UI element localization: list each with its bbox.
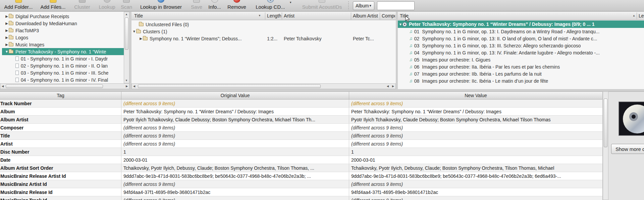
main-toolbar: Add Folder... Add Files... Cluster Looku… (0, 0, 644, 11)
tree-item-file[interactable]: 03 - Symphony no. 1 in G minor - III. Sc… (0, 69, 129, 76)
chevron-right-icon[interactable]: ▶ (5, 29, 9, 32)
album-row-selected[interactable]: ▼ Peter Tchaikovsky: Symphony no. 1 “Win… (398, 21, 644, 28)
tag-row-mb-artist-id[interactable]: MusicBrainz Artist Id (different across … (0, 180, 602, 188)
scroll-left-icon[interactable]: ◀ (132, 84, 137, 89)
column-original-value[interactable]: Original Value (121, 92, 349, 99)
vscroll-thumb[interactable] (125, 17, 128, 50)
tag-row-mb-track-id[interactable]: MusicBrainz Track Id (different across 9… (0, 196, 602, 200)
scan-button[interactable]: Scan (121, 0, 132, 11)
chevron-right-icon[interactable]: ▶ (5, 43, 9, 46)
column-tag[interactable]: Tag (0, 92, 121, 99)
search-input[interactable] (377, 1, 415, 10)
file-browser-vscrollbar[interactable]: ▲ ▼ (124, 12, 129, 83)
tree-item-file[interactable]: 04 - Symphony no. 1 in G minor - IV. Fin… (0, 76, 129, 83)
tag-row-album-artist-sort-order[interactable]: Album Artist Sort Order Tchaikovsky, Pyo… (0, 164, 602, 172)
column-length[interactable]: Length (267, 13, 281, 18)
lookup-button[interactable]: Lookup (99, 0, 115, 11)
scroll-left-icon[interactable]: ◀ (0, 84, 5, 89)
search-type-dropdown[interactable]: Album ▼ (353, 1, 374, 10)
music-note-icon: ♫ (409, 29, 413, 34)
tag-row-composer[interactable]: Composer (different across 9 items) (dif… (0, 124, 602, 132)
track-number: 08 (414, 78, 420, 84)
unclustered-files-row[interactable]: Unclustered Files (0) (131, 21, 396, 28)
column-album-artist[interactable]: Album Artist (353, 13, 378, 18)
track-row[interactable]: ♫ 08 Images pour orchestre: IIc. Ibéria … (398, 77, 644, 84)
hscroll-thumb[interactable] (6, 84, 103, 88)
info-button[interactable]: Info... (208, 0, 221, 11)
column-title[interactable]: Title (134, 13, 255, 18)
column-divider[interactable] (380, 12, 380, 19)
tree-item-file[interactable]: 01 - Symphony no. 1 in G minor - I. Dayd… (0, 55, 129, 62)
clusters-row[interactable]: ▼ Clusters (1) (131, 28, 396, 35)
lookup-cd-button[interactable]: Lookup CD... (256, 0, 285, 11)
lookup-in-browser-button[interactable]: Lookup in Browser (140, 0, 182, 11)
cluster-pane-header[interactable]: Title ▼ Length Artist Album Artist Compo… (131, 12, 396, 20)
tree-item-label: FlacToMP3 (15, 28, 39, 33)
track-row[interactable]: ♫ 05 Images pour orchestre: I. Gigues (398, 56, 644, 63)
track-row[interactable]: ♫ 01 Symphony no. 1 in G minor, op. 13: … (398, 28, 644, 35)
tag-row-album-artist[interactable]: Album Artist Pyotr Ilyich Tchaikovsky, C… (0, 116, 602, 124)
chevron-down-icon[interactable]: ▼ (132, 30, 136, 33)
column-new-value[interactable]: New Value (349, 92, 602, 99)
tree-item-folder[interactable]: ▶ Downloaded by MediaHuman (0, 20, 129, 27)
tag-row-track-number[interactable]: Track Number (different across 9 items) … (0, 99, 602, 108)
chevron-right-icon[interactable]: ▶ (5, 14, 9, 18)
submit-acoustids-button[interactable]: Submit AcoustIDs (302, 0, 342, 11)
cluster-pane-hscrollbar[interactable]: ◀ ◀ ▶ (131, 83, 396, 89)
scroll-right-icon[interactable]: ▶ (124, 84, 129, 89)
tag-table-vscrollbar[interactable] (603, 91, 608, 200)
scroll-right-icon[interactable]: ▶ (391, 84, 395, 89)
tag-row-title[interactable]: Title (different across 9 items) (differ… (0, 132, 602, 140)
track-row[interactable]: ♫ 03 Symphony no. 1 in G minor, op. 13: … (398, 42, 644, 49)
column-length[interactable]: Length (639, 13, 644, 18)
column-artist[interactable]: Artist (284, 13, 350, 18)
tree-item-folder[interactable]: ▶ FlacToMP3 (0, 27, 129, 34)
tree-item-file[interactable]: 02 - Symphony no. 1 in G minor - II. O l… (0, 62, 129, 69)
vscroll-thumb[interactable] (604, 98, 607, 147)
chevron-right-icon[interactable]: ▶ (5, 22, 9, 25)
tree-item-folder[interactable]: ▶ Music Images (0, 41, 129, 48)
tag-row-artist[interactable]: Artist (different across 9 items) (diffe… (0, 140, 602, 148)
scroll-left-icon[interactable]: ◀ (385, 84, 390, 89)
chevron-right-icon[interactable]: ▶ (139, 37, 143, 40)
column-divider[interactable] (282, 12, 282, 19)
save-button[interactable]: Save (191, 0, 202, 11)
scroll-up-icon[interactable]: ▲ (124, 12, 129, 17)
column-divider[interactable] (351, 12, 351, 19)
column-composer[interactable]: Composer (382, 13, 395, 18)
tag-table-header[interactable]: Tag Original Value New Value (0, 92, 602, 99)
album-cover-art[interactable] (619, 102, 644, 135)
hscroll-thumb[interactable] (138, 84, 321, 88)
column-title[interactable]: Title (400, 13, 628, 18)
tag-row-date[interactable]: Date 2000-03-01 2000-03-01 (0, 156, 602, 164)
tree-item-folder[interactable]: ▶ Digital Purchase Receipts (0, 13, 129, 20)
folder-icon (136, 30, 141, 33)
tag-row-mb-release-id[interactable]: MusicBrainz Release Id 94fd4aa4-37f1-469… (0, 188, 602, 196)
tag-row-disc-number[interactable]: Disc Number 1 1 (0, 148, 602, 156)
tag-row-mb-release-artist-id[interactable]: MusicBrainz Release Artist Id 9ddd7abc-9… (0, 172, 602, 180)
chevron-right-icon[interactable]: ▶ (5, 36, 9, 39)
track-row[interactable]: ♫ 04 Symphony no. 1 in G minor, op. 13: … (398, 49, 644, 56)
column-divider[interactable] (265, 12, 265, 19)
track-row[interactable]: ♫ 07 Images pour orchestre: IIb. Ibéria … (398, 70, 644, 77)
track-row[interactable]: ♫ 02 Symphony no. 1 in G minor, op. 13: … (398, 35, 644, 42)
sort-ascending-icon: ▲ (633, 14, 635, 17)
cluster-button[interactable]: Cluster (74, 0, 90, 11)
chevron-down-icon[interactable]: ▼ (398, 23, 402, 26)
file-browser-hscrollbar[interactable]: ◀ ▶ (0, 83, 129, 89)
add-folder-button[interactable]: Add Folder... (4, 0, 33, 11)
album-pane-header[interactable]: Title ▲ Length (398, 12, 644, 20)
tree-item-folder[interactable]: ▶ Logos (0, 34, 129, 41)
scroll-down-icon[interactable]: ▼ (124, 78, 129, 83)
show-more-details-button[interactable]: Show more d (611, 144, 644, 154)
remove-button[interactable]: Remove (227, 0, 246, 11)
lookup-cd-dropdown-icon[interactable]: ▾ (290, 1, 291, 4)
chevron-down-icon[interactable]: ▼ (5, 50, 9, 53)
tree-item-folder-selected[interactable]: ▼ Peter Tchaikovsky - Symphony no. 1 “Wi… (2, 48, 124, 55)
add-files-button[interactable]: Add Files... (40, 0, 65, 11)
tag-row-album[interactable]: Album Peter Tchaikovsky: Symphony no. 1 … (0, 108, 602, 116)
cluster-album-row[interactable]: ▶ Symphony no. 1 “Winter Dreams”; Debuss… (131, 35, 396, 42)
column-divider[interactable] (637, 12, 637, 19)
track-number: 04 (414, 50, 420, 55)
track-row[interactable]: ♫ 06 Images pour orchestre: IIa. Ibéria … (398, 63, 644, 70)
